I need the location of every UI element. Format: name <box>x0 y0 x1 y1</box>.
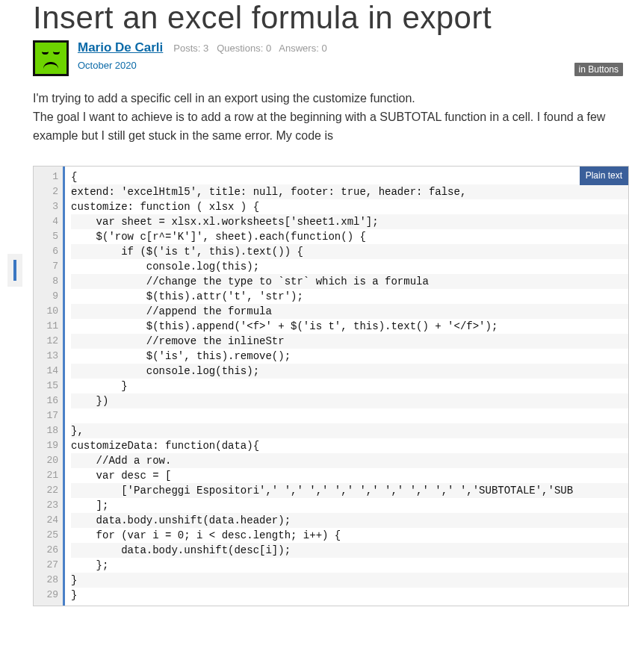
answers-value: 0 <box>321 43 326 54</box>
code-line: data.body.unshift(data.header); <box>71 513 628 528</box>
code-line: }, <box>71 423 628 438</box>
posts-value: 3 <box>203 43 208 54</box>
code-line: customize: function ( xlsx ) { <box>71 199 628 214</box>
code-block: Plain text 12345678910111213141516171819… <box>33 166 629 606</box>
questions-label: Questions: <box>217 43 263 54</box>
code-line: } <box>71 588 628 603</box>
code-line: } <box>71 573 628 588</box>
post-date[interactable]: October 2020 <box>78 60 137 71</box>
avatar[interactable] <box>33 40 69 76</box>
code-line: data.body.unshift(desc[i]); <box>71 543 628 558</box>
code-line: }; <box>71 558 628 573</box>
code-line: $(this).attr('t', 'str'); <box>71 289 628 304</box>
code-line: for (var i = 0; i < desc.length; i++) { <box>71 528 628 543</box>
plain-text-button[interactable]: Plain text <box>580 167 628 185</box>
code-line: $('is', this).remove(); <box>71 349 628 364</box>
code-line: //change the type to `str` which is a fo… <box>71 274 628 289</box>
post-meta: Mario De Carli Posts: 3 Questions: 0 Ans… <box>33 40 629 76</box>
code-line: if ($('is t', this).text()) { <box>71 244 628 259</box>
author-link[interactable]: Mario De Carli <box>78 40 163 55</box>
code-line: } <box>71 379 628 393</box>
code-line: $('row c[r^='K']', sheet).each(function(… <box>71 229 628 244</box>
page-title: Insert an excel formula in export <box>33 0 629 36</box>
code-gutter: 1234567891011121314151617181920212223242… <box>34 167 65 606</box>
code-line: console.log(this); <box>71 364 628 379</box>
code-line: { <box>71 169 628 184</box>
answers-label: Answers: <box>279 43 318 54</box>
code-line: //remove the inlineStr <box>71 334 628 349</box>
category-badge[interactable]: in Buttons <box>574 63 623 76</box>
code-line: var desc = [ <box>71 468 628 483</box>
code-line: customizeData: function(data){ <box>71 438 628 453</box>
side-accent <box>13 260 16 281</box>
posts-label: Posts: <box>173 43 200 54</box>
category-prefix: in <box>579 64 586 75</box>
category-name: Buttons <box>588 64 619 75</box>
questions-value: 0 <box>266 43 271 54</box>
code-line: console.log(this); <box>71 259 628 274</box>
code-line: $(this).append('<f>' + $('is t', this).t… <box>71 319 628 334</box>
code-line: //append the formula <box>71 304 628 319</box>
code-line: }) <box>71 393 628 408</box>
post-body: I'm trying to add a specific cell in an … <box>33 90 629 145</box>
code-line: ['Parcheggi Espositori',' ',' ',' ',' ',… <box>71 483 628 498</box>
code-lines[interactable]: {extend: 'excelHtml5', title: null, foot… <box>65 167 628 606</box>
author-stats: Posts: 3 Questions: 0 Answers: 0 <box>173 43 326 54</box>
code-line: //Add a row. <box>71 453 628 468</box>
code-line: ]; <box>71 498 628 513</box>
code-line <box>71 408 628 423</box>
code-line: extend: 'excelHtml5', title: null, foote… <box>71 184 628 199</box>
code-line: var sheet = xlsx.xl.worksheets['sheet1.x… <box>71 214 628 229</box>
